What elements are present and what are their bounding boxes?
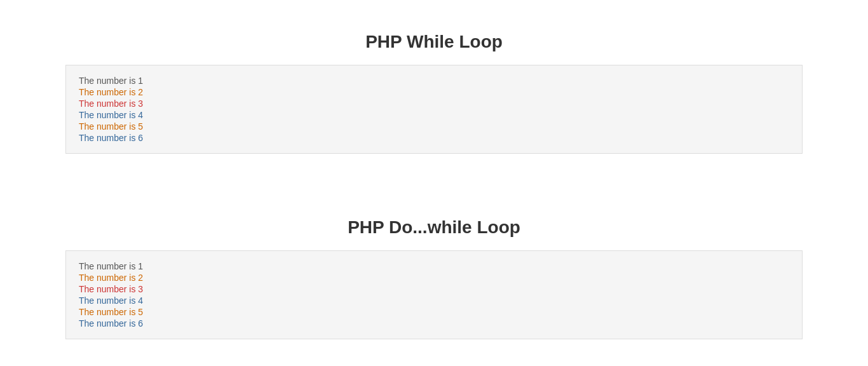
page-container: PHP While Loop The number is 1 The numbe… (53, 0, 815, 366)
while-line-2: The number is 2 (79, 86, 789, 98)
do-while-line-1: The number is 1 (79, 261, 789, 272)
while-loop-output-box: The number is 1 The number is 2 The numb… (65, 65, 803, 154)
while-line-6: The number is 6 (79, 132, 789, 144)
do-while-line-2: The number is 2 (79, 272, 789, 283)
while-line-1: The number is 1 (79, 75, 789, 86)
do-while-line-4: The number is 4 (79, 295, 789, 306)
do-while-loop-output-box: The number is 1 The number is 2 The numb… (65, 250, 803, 339)
do-while-line-6: The number is 6 (79, 318, 789, 329)
while-line-5: The number is 5 (79, 121, 789, 132)
do-while-loop-title: PHP Do...while Loop (65, 217, 803, 238)
do-while-line-5: The number is 5 (79, 306, 789, 318)
do-while-line-3: The number is 3 (79, 283, 789, 295)
spacer (65, 179, 803, 198)
while-loop-title: PHP While Loop (65, 32, 803, 52)
while-line-3: The number is 3 (79, 98, 789, 109)
while-line-4: The number is 4 (79, 109, 789, 121)
